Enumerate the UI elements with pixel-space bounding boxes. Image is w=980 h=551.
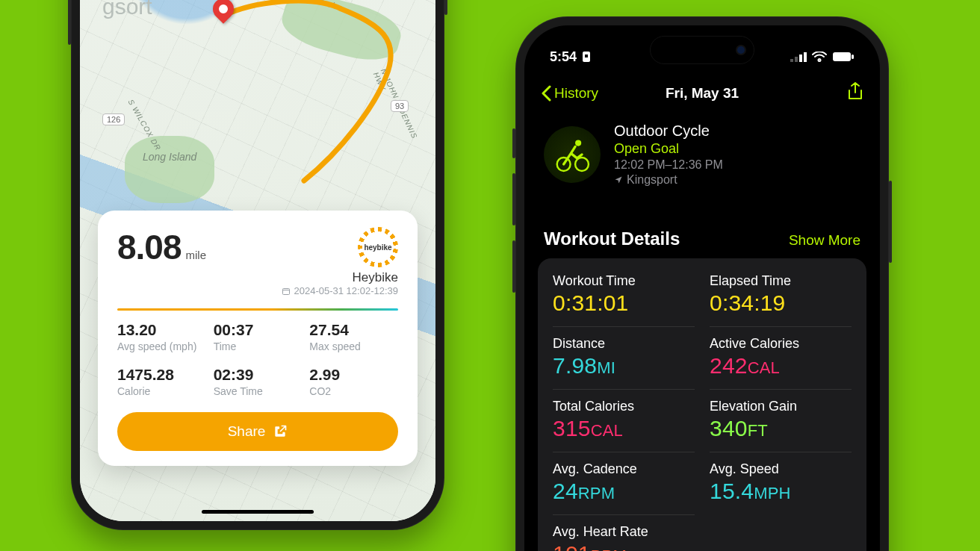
svg-rect-0 [283,288,290,294]
metric-value: 242CAL [710,353,852,379]
svg-rect-4 [795,57,798,62]
metric-label: Elevation Gain [710,399,852,414]
brand-name: Heybike [282,270,398,285]
metric-value: 340FT [710,416,852,441]
metric-cell: Elapsed Time0:34:19 [710,270,852,326]
stat-value: 00:37 [214,321,303,339]
side-button [68,0,71,45]
nav-bar: History Fri, May 31 [524,82,880,105]
cellular-icon [790,52,807,62]
metric-label: Avg. Heart Rate [553,524,695,540]
metric-cell: Avg. Cadence24RPM [553,452,695,514]
battery-icon [832,52,855,62]
status-time: 5:54 [550,49,577,65]
workout-header: Outdoor Cycle Open Goal 12:02 PM–12:36 P… [544,122,860,187]
metric-value: 101BPM [553,541,695,551]
svg-rect-6 [804,52,807,62]
stat-value: 27.54 [309,321,398,339]
metric-label: Avg. Cadence [553,461,695,477]
workout-time-range: 12:02 PM–12:36 PM [614,158,723,172]
metric-value: 7.98MI [553,353,695,379]
metric-cell: Total Calories315CAL [553,389,695,452]
map-park [277,0,406,69]
map-city-label: gsort [102,0,152,19]
metric-cell: Avg. Speed15.4MPH [710,452,852,514]
route-shield: 93 [391,100,409,112]
ride-summary-card: 8.08 mile heybike Heybike 2024-05-31 12:… [98,211,418,466]
metric-value: 315CAL [553,416,695,441]
metrics-card: Workout Time0:31:01Elapsed Time0:34:19Di… [538,258,866,551]
workout-type-icon [544,126,601,183]
dynamic-island [650,36,754,64]
svg-point-11 [575,140,581,146]
side-button [512,240,515,293]
side-button [512,128,515,158]
stat-cell: 00:37Time [214,321,303,352]
chevron-left-icon [541,85,551,102]
svg-point-10 [575,158,589,171]
distance-unit: mile [186,249,207,261]
phone-heybike: gsort Long Island Reedy Creek N JOHN B D… [71,0,444,530]
card-icon [581,51,592,63]
back-button[interactable]: History [541,85,598,102]
home-indicator[interactable] [202,510,314,514]
svg-rect-8 [852,55,854,59]
stat-value: 02:39 [214,366,303,384]
stat-cell: 13.20Avg speed (mph) [117,321,206,352]
share-button[interactable]: Share [117,412,398,451]
stat-label: Max speed [309,340,398,352]
metric-label: Total Calories [553,399,695,414]
stat-value: 2.99 [309,366,398,384]
show-more-link[interactable]: Show More [789,232,860,249]
metric-label: Workout Time [553,273,695,289]
svg-rect-5 [799,55,802,62]
location-icon [614,175,623,184]
metric-value: 0:31:01 [553,290,695,316]
map-area-label: Long Island [143,151,196,163]
side-button [889,181,892,263]
side-button [444,0,447,15]
metric-value: 24RPM [553,479,695,504]
share-icon [273,424,288,439]
camera-icon [736,45,746,55]
metric-value: 15.4MPH [710,479,852,504]
share-icon [847,82,863,102]
distance-value: 8.08 [117,227,182,267]
ride-datetime: 2024-05-31 12:02-12:39 [282,285,398,296]
stat-label: CO2 [309,385,398,397]
stat-cell: 27.54Max speed [309,321,398,352]
section-title: Workout Details [544,228,680,249]
stat-label: Time [214,340,303,352]
calendar-icon [282,287,291,296]
phone-fitness: 5:54 History Fri, May 31 [515,16,889,551]
stat-value: 1475.28 [117,366,206,384]
metric-label: Avg. Speed [710,461,852,477]
svg-rect-7 [833,52,851,61]
gradient-divider [117,308,398,311]
map-pin-icon [208,0,238,24]
stat-cell: 2.99CO2 [309,366,398,397]
workout-goal: Open Goal [614,141,723,157]
route-shield: 126 [102,113,125,125]
stat-cell: 02:39Save Time [214,366,303,397]
heybike-logo-icon: heybike [358,227,398,267]
workout-location: Kingsport [614,173,723,187]
share-button-label: Share [228,423,266,440]
cyclist-icon [553,135,592,174]
workout-kind: Outdoor Cycle [614,122,723,140]
share-button[interactable] [847,82,863,105]
svg-rect-2 [585,55,588,57]
metric-value: 0:34:19 [710,290,852,316]
metric-label: Elapsed Time [710,273,852,289]
metric-cell: Elevation Gain340FT [710,389,852,452]
svg-rect-3 [790,59,793,62]
metric-cell: Active Calories242CAL [710,326,852,389]
metric-cell: Avg. Heart Rate101BPM [553,514,695,551]
metric-cell: Distance7.98MI [553,326,695,389]
metric-label: Distance [553,336,695,352]
stat-cell: 1475.28Calorie [117,366,206,397]
stat-label: Save Time [214,385,303,397]
stat-label: Calorie [117,385,206,397]
wifi-icon [812,52,827,62]
stat-label: Avg speed (mph) [117,340,206,352]
